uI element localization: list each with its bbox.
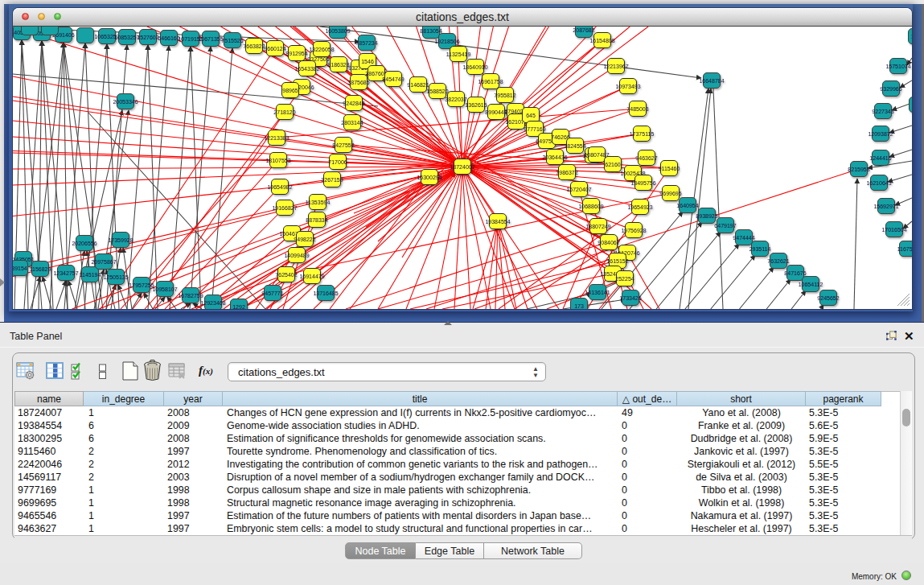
svg-text:1156829: 1156829 bbox=[30, 266, 51, 272]
svg-text:9146821: 9146821 bbox=[407, 82, 429, 88]
svg-text:19654982: 19654982 bbox=[267, 184, 292, 190]
svg-text:15692971: 15692971 bbox=[873, 204, 898, 209]
svg-text:2935114: 2935114 bbox=[749, 246, 771, 252]
svg-text:10807487: 10807487 bbox=[584, 152, 609, 158]
svg-text:62160: 62160 bbox=[605, 162, 621, 167]
svg-text:12213383: 12213383 bbox=[264, 135, 289, 141]
svg-text:17359928: 17359928 bbox=[108, 237, 133, 243]
svg-text:12342757: 12342757 bbox=[53, 270, 78, 276]
svg-text:9227343: 9227343 bbox=[872, 109, 893, 114]
svg-text:9245652: 9245652 bbox=[817, 295, 839, 301]
svg-text:18640910: 18640910 bbox=[462, 64, 487, 70]
svg-text:7663822: 7663822 bbox=[243, 43, 265, 49]
svg-text:9084067: 9084067 bbox=[598, 240, 619, 245]
svg-text:8938923: 8938923 bbox=[696, 213, 717, 219]
svg-text:1733426: 1733426 bbox=[619, 295, 641, 301]
svg-text:19756928: 19756928 bbox=[621, 228, 646, 233]
svg-text:18807249: 18807249 bbox=[585, 224, 610, 229]
svg-text:20206556: 20206556 bbox=[72, 241, 97, 246]
svg-text:14099489: 14099489 bbox=[284, 253, 309, 258]
svg-text:8454749: 8454749 bbox=[382, 76, 404, 82]
svg-text:9474444: 9474444 bbox=[733, 235, 754, 241]
svg-text:19218506: 19218506 bbox=[434, 39, 459, 44]
svg-text:18724007: 18724007 bbox=[450, 164, 474, 170]
svg-text:10853257: 10853257 bbox=[114, 35, 139, 40]
svg-text:16210643: 16210643 bbox=[866, 180, 891, 186]
svg-text:14136141: 14136141 bbox=[585, 290, 610, 295]
svg-text:1615152: 1615152 bbox=[606, 258, 628, 264]
svg-text:12093872: 12093872 bbox=[868, 131, 893, 137]
svg-text:2718120: 2718120 bbox=[273, 109, 295, 115]
svg-text:11325419: 11325419 bbox=[446, 51, 471, 57]
svg-text:1588520: 1588520 bbox=[426, 89, 448, 94]
svg-text:7632621: 7632621 bbox=[767, 258, 789, 264]
svg-text:9498222: 9498222 bbox=[294, 237, 315, 242]
svg-text:16543382: 16543382 bbox=[294, 66, 319, 72]
svg-text:7955812: 7955812 bbox=[494, 93, 515, 98]
svg-text:13495756: 13495756 bbox=[630, 180, 655, 186]
svg-text:19384554: 19384554 bbox=[485, 219, 510, 225]
svg-text:18107553: 18107553 bbox=[265, 158, 290, 163]
svg-text:9329966: 9329966 bbox=[880, 86, 901, 92]
svg-text:9660124: 9660124 bbox=[264, 46, 285, 51]
svg-text:3824554: 3824554 bbox=[564, 143, 585, 149]
svg-text:13226058: 13226058 bbox=[309, 47, 334, 52]
svg-text:8912954: 8912954 bbox=[285, 51, 307, 56]
svg-text:10671355: 10671355 bbox=[198, 36, 223, 42]
svg-text:16914479: 16914479 bbox=[299, 274, 324, 279]
svg-text:7857234: 7857234 bbox=[355, 40, 377, 46]
svg-text:1145194: 1145194 bbox=[80, 272, 101, 278]
svg-text:746266: 746266 bbox=[551, 134, 569, 140]
svg-text:16053809: 16053809 bbox=[325, 28, 350, 34]
svg-text:252254: 252254 bbox=[615, 276, 634, 282]
svg-text:3875685: 3875685 bbox=[347, 80, 369, 85]
svg-text:1117: 1117 bbox=[911, 34, 912, 39]
svg-text:12505135: 12505135 bbox=[103, 274, 128, 280]
svg-text:645: 645 bbox=[526, 113, 536, 118]
svg-text:9457771: 9457771 bbox=[261, 290, 283, 296]
svg-text:20364436: 20364436 bbox=[542, 154, 567, 160]
svg-text:8427552: 8427552 bbox=[332, 142, 354, 148]
svg-text:6466160: 6466160 bbox=[158, 35, 179, 41]
svg-text:10688609: 10688609 bbox=[578, 204, 603, 209]
svg-text:2087682: 2087682 bbox=[573, 27, 594, 33]
svg-text:19166827: 19166827 bbox=[272, 205, 297, 211]
svg-text:173: 173 bbox=[574, 303, 584, 309]
svg-text:8471676: 8471676 bbox=[784, 270, 806, 276]
svg-text:12923468: 12923468 bbox=[200, 300, 225, 306]
svg-text:16648784: 16648784 bbox=[699, 78, 724, 84]
svg-text:9777169: 9777169 bbox=[524, 126, 545, 132]
svg-text:15720407: 15720407 bbox=[566, 187, 591, 192]
svg-text:1546: 1546 bbox=[361, 59, 374, 64]
svg-text:3822037: 3822037 bbox=[445, 97, 466, 102]
svg-text:9699695: 9699695 bbox=[659, 191, 681, 196]
svg-text:17016504: 17016504 bbox=[881, 227, 906, 233]
svg-text:1167533: 1167533 bbox=[897, 246, 912, 252]
svg-text:10973493: 10973493 bbox=[615, 84, 640, 89]
svg-text:7625402: 7625402 bbox=[275, 272, 297, 278]
svg-text:8813054: 8813054 bbox=[420, 28, 441, 34]
svg-text:7515526: 7515526 bbox=[221, 38, 243, 43]
svg-text:2867608: 2867608 bbox=[365, 71, 387, 76]
svg-text:10958107: 10958107 bbox=[152, 286, 177, 292]
svg-text:20053346: 20053346 bbox=[113, 99, 138, 105]
svg-text:7485003: 7485003 bbox=[626, 106, 648, 112]
svg-text:15300295: 15300295 bbox=[417, 175, 441, 180]
svg-text:3267150: 3267150 bbox=[321, 177, 343, 183]
svg-text:13716485: 13716485 bbox=[313, 290, 338, 296]
svg-text:39154: 39154 bbox=[13, 266, 27, 271]
svg-text:17375115: 17375115 bbox=[630, 131, 655, 137]
svg-text:8215958: 8215958 bbox=[848, 167, 869, 172]
svg-text:9463627: 9463627 bbox=[635, 155, 657, 161]
svg-text:1244415: 1244415 bbox=[869, 155, 891, 161]
svg-text:20975867: 20975867 bbox=[91, 259, 116, 265]
svg-text:6479197: 6479197 bbox=[714, 223, 736, 229]
svg-text:10654112: 10654112 bbox=[799, 282, 823, 287]
svg-text:1640954: 1640954 bbox=[676, 203, 698, 208]
svg-text:19654923: 19654923 bbox=[627, 204, 652, 210]
svg-text:11353594: 11353594 bbox=[306, 200, 331, 205]
svg-text:17957255: 17957255 bbox=[129, 282, 154, 288]
svg-text:16961758: 16961758 bbox=[478, 79, 503, 84]
svg-text:9115460: 9115460 bbox=[659, 166, 680, 171]
svg-text:98965: 98965 bbox=[282, 88, 298, 93]
